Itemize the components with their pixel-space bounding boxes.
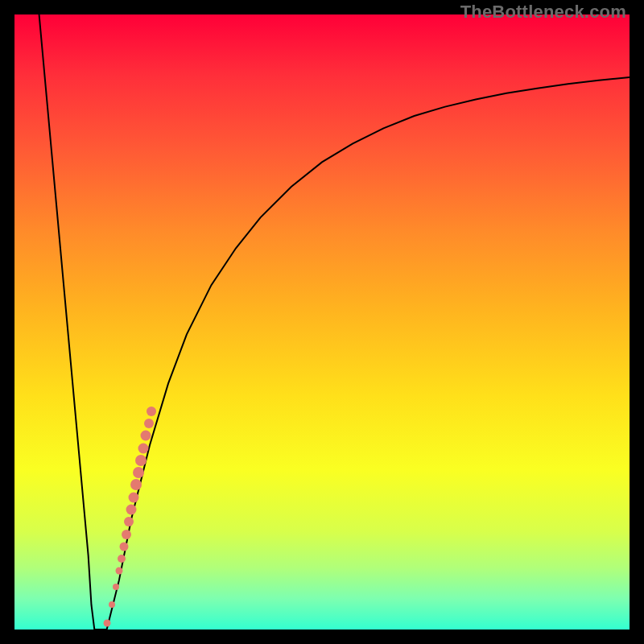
plot-area [14, 14, 630, 630]
data-point [103, 620, 110, 627]
chart-frame: TheBottleneck.com [0, 0, 644, 644]
data-point [135, 455, 147, 466]
data-point [109, 601, 115, 608]
data-point [141, 431, 151, 441]
data-point [118, 555, 126, 563]
data-point [122, 530, 131, 539]
data-point [119, 542, 128, 551]
data-point [126, 505, 137, 515]
bottleneck-curve [14, 14, 630, 630]
data-point [115, 568, 122, 575]
watermark-text: TheBottleneck.com [460, 2, 626, 23]
data-point [130, 479, 142, 490]
data-point [129, 492, 139, 502]
data-point [113, 584, 119, 590]
data-point [144, 419, 154, 428]
data-point [147, 407, 156, 416]
data-point [124, 517, 134, 526]
data-point [133, 467, 144, 478]
data-point [138, 443, 149, 453]
